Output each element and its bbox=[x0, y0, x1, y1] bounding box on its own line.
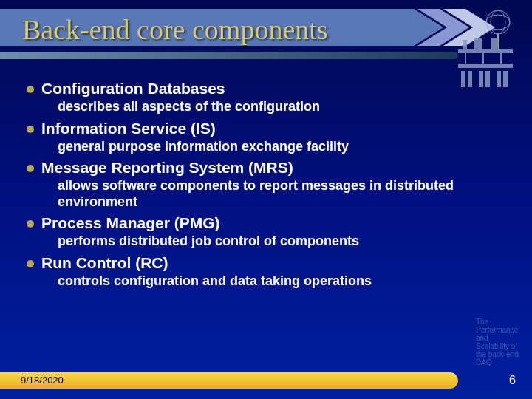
bullet-icon bbox=[27, 220, 34, 228]
bullet-icon bbox=[27, 260, 34, 267]
svg-rect-13 bbox=[468, 71, 472, 87]
slide-number: 6 bbox=[509, 374, 516, 387]
svg-rect-12 bbox=[461, 71, 466, 87]
item-desc: allows software components to report mes… bbox=[58, 178, 505, 210]
svg-point-5 bbox=[486, 10, 510, 34]
svg-rect-17 bbox=[503, 71, 508, 87]
item-heading: Information Service (IS) bbox=[41, 120, 216, 137]
svg-rect-9 bbox=[463, 40, 467, 49]
item-desc: general purpose information exchange fac… bbox=[58, 139, 505, 155]
item-heading: Run Control (RC) bbox=[41, 254, 168, 272]
list-item: Message Reporting System (MRS) allows so… bbox=[27, 159, 505, 210]
svg-point-3 bbox=[486, 15, 510, 30]
title-underline bbox=[0, 52, 458, 59]
bullet-icon bbox=[27, 126, 34, 133]
item-heading: Process Manager (PMG) bbox=[41, 214, 220, 232]
svg-rect-15 bbox=[485, 71, 490, 87]
list-item: Run Control (RC) controls configuration … bbox=[27, 254, 505, 290]
svg-rect-14 bbox=[479, 71, 483, 87]
watermark-text: The Performance and Scalability of the b… bbox=[476, 318, 523, 366]
footer-date: 9/18/2020 bbox=[21, 375, 64, 386]
list-item: Configuration Databases describes all as… bbox=[27, 80, 505, 115]
decor-graphic bbox=[452, 6, 519, 95]
svg-rect-7 bbox=[458, 49, 513, 53]
list-item: Information Service (IS) general purpose… bbox=[27, 120, 505, 155]
item-heading: Configuration Databases bbox=[41, 80, 225, 98]
footer-bar bbox=[0, 372, 458, 389]
svg-point-4 bbox=[491, 10, 505, 34]
svg-rect-11 bbox=[491, 38, 498, 49]
bullet-icon bbox=[27, 86, 34, 93]
list-item: Process Manager (PMG) performs distribut… bbox=[27, 214, 505, 250]
item-desc: describes all aspects of the configurati… bbox=[58, 99, 505, 115]
svg-rect-16 bbox=[497, 71, 501, 87]
bullet-icon bbox=[27, 165, 34, 172]
item-heading: Message Reporting System (MRS) bbox=[41, 159, 293, 177]
item-desc: controls configuration and data taking o… bbox=[58, 273, 505, 290]
content-area: Configuration Databases describes all as… bbox=[0, 66, 532, 290]
svg-rect-10 bbox=[474, 38, 482, 49]
footer: 9/18/2020 6 bbox=[0, 371, 532, 392]
item-desc: performs distributed job control of comp… bbox=[58, 233, 505, 250]
svg-rect-8 bbox=[458, 64, 513, 68]
